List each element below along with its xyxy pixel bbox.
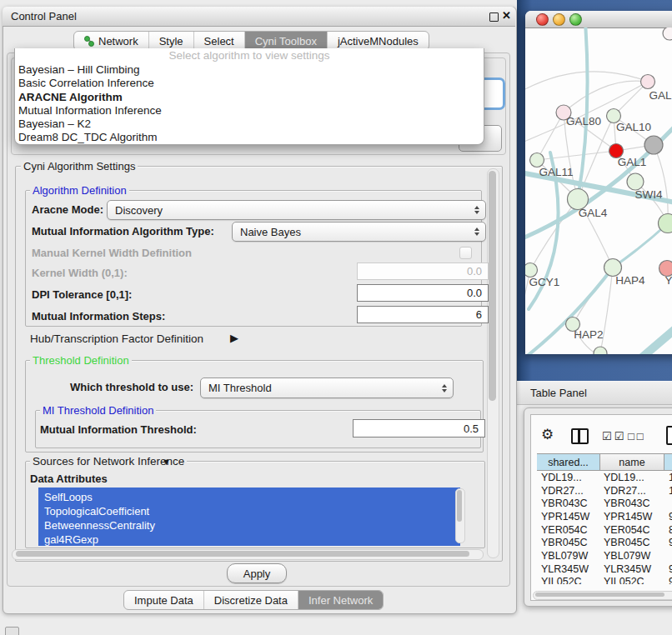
network-window-titlebar[interactable] <box>525 11 672 28</box>
zoom-traffic-light-icon[interactable] <box>569 13 582 26</box>
table-cell[interactable]: YDL19... <box>599 472 664 483</box>
table-cell[interactable]: YBL079W <box>599 550 664 562</box>
network-node[interactable] <box>627 173 644 190</box>
close-panel-icon[interactable]: ✕ <box>502 12 511 20</box>
algorithm-option[interactable]: ARACNE Algorithm <box>15 91 484 104</box>
mi-type-combo[interactable]: Naive Bayes <box>232 222 486 242</box>
mi-steps-field[interactable]: 6 <box>357 306 489 323</box>
table-row[interactable]: YDR27...YDR27...12 <box>537 484 672 498</box>
settings-vertical-scrollbar-thumb[interactable] <box>489 171 496 401</box>
algorithm-option[interactable]: Dream8 DC_TDC Algorithm <box>15 131 484 144</box>
table-cell[interactable]: YIL052C <box>599 576 664 584</box>
table-cell[interactable]: YBR045C <box>599 537 664 548</box>
table-horizontal-scrollbar[interactable] <box>533 591 672 600</box>
network-node[interactable] <box>530 153 544 168</box>
table-cell[interactable]: 9. <box>664 576 672 584</box>
settings-horizontal-scrollbar-thumb[interactable] <box>16 551 469 557</box>
aracne-mode-combo[interactable]: Discovery <box>107 200 486 220</box>
tab-infer-network[interactable]: Infer Network <box>298 591 383 609</box>
algorithm-option[interactable]: Mutual Information Inference <box>15 104 484 118</box>
which-threshold-combo[interactable]: MI Threshold <box>200 378 454 398</box>
algorithm-option[interactable]: Bayesian – Hill Climbing <box>15 63 484 77</box>
table-cell[interactable]: YLR345W <box>599 563 664 575</box>
tab-cyni-toolbox[interactable]: Cyni Toolbox <box>245 32 328 50</box>
collapsed-panel-icon[interactable] <box>5 627 19 635</box>
column-header-name[interactable]: name <box>600 453 664 471</box>
settings-horizontal-scrollbar[interactable] <box>12 549 484 560</box>
document-icon[interactable] <box>666 426 672 445</box>
mi-threshold-field[interactable]: 0.5 <box>353 419 485 438</box>
attribute-list-item[interactable]: BetweennessCentrality <box>44 518 460 532</box>
table-row[interactable]: YDL19...YDL19...13 <box>537 471 672 484</box>
network-edge[interactable] <box>613 223 668 268</box>
column-header-partial[interactable]: A <box>664 453 672 471</box>
algorithm-option[interactable]: Bayesian – K2 <box>15 118 484 131</box>
table-cell[interactable]: 9. <box>664 563 672 575</box>
table-cell[interactable]: YBL079W <box>537 550 599 562</box>
table-row[interactable]: YPR145WYPR145W9. <box>537 510 672 523</box>
table-row[interactable]: YBR043CYBR043C <box>537 497 672 510</box>
table-cell[interactable]: YBR043C <box>537 498 599 509</box>
tab-discretize-data[interactable]: Discretize Data <box>204 591 298 609</box>
checked-pair-icon[interactable]: ☑☑ <box>602 430 626 442</box>
table-cell[interactable]: YIL052C <box>537 576 599 584</box>
table-horizontal-scrollbar-thumb[interactable] <box>535 592 664 597</box>
table-row[interactable]: YLR345WYLR345W9. <box>537 562 672 576</box>
tab-style[interactable]: Style <box>149 32 194 50</box>
manual-kernel-checkbox[interactable] <box>459 247 472 259</box>
table-cell[interactable]: YDR27... <box>537 485 599 497</box>
unchecked-pair-icon[interactable]: □□ <box>628 430 646 442</box>
apply-button[interactable]: Apply <box>227 563 287 583</box>
network-node[interactable] <box>525 263 538 278</box>
tab-network[interactable]: Network <box>74 32 149 50</box>
network-node[interactable] <box>659 214 672 233</box>
table-cell[interactable]: YDL19... <box>537 472 599 483</box>
close-traffic-light-icon[interactable] <box>536 13 549 26</box>
hub-definition-label[interactable]: Hub/Transcription Factor Definition <box>30 332 203 345</box>
attribute-list-scrollbar-thumb[interactable] <box>457 490 462 522</box>
network-node[interactable] <box>641 75 655 89</box>
table-cell[interactable]: YLR345W <box>537 563 599 575</box>
table-row[interactable]: YBL079WYBL079W <box>537 549 672 562</box>
table-cell[interactable]: YPR145W <box>537 511 599 522</box>
tab-impute-data[interactable]: Impute Data <box>124 591 204 609</box>
table-row[interactable]: YIL052CYIL052C9. <box>537 576 672 585</box>
network-edge[interactable] <box>578 28 588 199</box>
table-cell[interactable]: YPR145W <box>599 511 664 522</box>
table-row[interactable]: YBR045CYBR045C9. <box>537 536 672 549</box>
gear-icon[interactable]: ⚙ <box>541 428 554 442</box>
table-cell[interactable]: 13 <box>664 472 672 483</box>
table-cell[interactable]: YER054C <box>537 524 599 536</box>
table-cell[interactable]: 8. <box>664 524 672 536</box>
table-cell[interactable]: YDR27... <box>599 485 664 497</box>
attribute-list-item[interactable]: TopologicalCoefficient <box>44 504 460 518</box>
algorithm-option[interactable]: Basic Correlation Inference <box>15 77 484 90</box>
attribute-list-scrollbar[interactable] <box>455 488 465 543</box>
tab-jactivemnodules[interactable]: jActiveMNodules <box>328 32 429 50</box>
float-window-icon[interactable] <box>489 12 499 22</box>
network-node[interactable] <box>644 136 663 154</box>
tab-select[interactable]: Select <box>194 32 245 50</box>
table-cell[interactable]: 9. <box>664 537 672 548</box>
settings-vertical-scrollbar[interactable] <box>487 168 499 558</box>
attribute-list-item[interactable]: SelfLoops <box>44 490 460 504</box>
network-node[interactable] <box>663 28 672 40</box>
network-node[interactable] <box>594 347 607 354</box>
network-edge[interactable] <box>530 199 578 270</box>
network-edge[interactable] <box>654 145 668 223</box>
table-cell[interactable]: 12 <box>664 485 672 497</box>
minimize-traffic-light-icon[interactable] <box>553 13 565 26</box>
network-edge[interactable] <box>607 328 672 354</box>
expand-right-arrow-icon[interactable]: ▶ <box>230 332 238 344</box>
table-row[interactable]: YER054CYER054C8. <box>537 523 672 537</box>
table-cell[interactable]: 9. <box>664 511 672 522</box>
table-cell[interactable]: YBR045C <box>537 537 599 548</box>
column-header-shared-name[interactable]: shared... <box>537 453 600 471</box>
table-cell[interactable]: YER054C <box>599 524 664 536</box>
collapse-down-arrow-icon[interactable]: ▼ <box>162 457 171 467</box>
table-cell[interactable]: YBR043C <box>599 498 664 509</box>
network-edge[interactable] <box>564 81 648 112</box>
column-view-icon[interactable] <box>571 428 589 444</box>
attribute-list-item[interactable]: gal4RGexp <box>44 532 460 546</box>
dpi-tolerance-field[interactable]: 0.0 <box>357 284 489 302</box>
